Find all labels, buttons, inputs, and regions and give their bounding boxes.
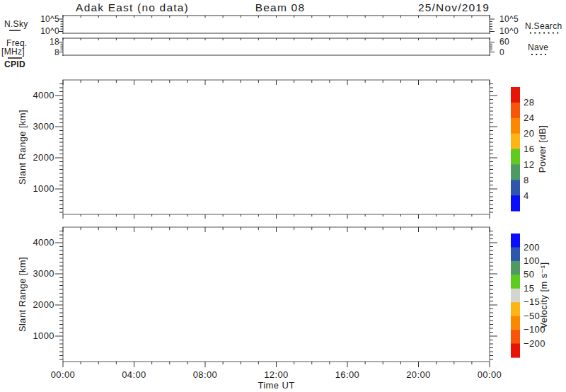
nsky-left-tick-top: 10^5 <box>40 14 59 24</box>
axis-ticks <box>55 16 497 367</box>
nave-legend-label: Nave <box>528 42 548 52</box>
velocity-cbtick-m15: −15 <box>524 296 540 307</box>
nsky-left-tick-bottom: 10^0 <box>40 26 59 36</box>
velocity-cbtick-15: 15 <box>524 283 534 294</box>
xtick-0000-right: 00:00 <box>478 369 502 380</box>
velocity-ytick-4000: 4000 <box>33 237 54 248</box>
date-label: 25/Nov/2019 <box>418 1 490 13</box>
nsky-panel-frame <box>62 15 490 34</box>
power-cbtick-20: 20 <box>524 128 534 139</box>
power-cbtick-28: 28 <box>524 97 534 108</box>
freq-right-tick-bottom: 0 <box>499 47 504 57</box>
nsky-right-tick-top: 10^5 <box>499 14 519 24</box>
xaxis-title: Time UT <box>258 380 294 391</box>
freq-left-tick-top: 18 <box>50 37 59 47</box>
velocity-cbtick-100: 100 <box>524 255 540 266</box>
power-panel-frame <box>63 80 490 214</box>
velocity-ytick-3000: 3000 <box>33 268 54 279</box>
nsky-right-tick-bottom: 10^0 <box>499 26 519 36</box>
velocity-panel-frame <box>63 227 490 362</box>
page-title: Adak East (no data) <box>76 1 189 13</box>
power-ytick-3000: 3000 <box>33 121 54 132</box>
power-cbtick-8: 8 <box>524 175 529 185</box>
beam-label: Beam 08 <box>255 1 305 13</box>
velocity-colorbar <box>511 234 520 358</box>
nsearch-legend-label: N.Search <box>525 21 562 31</box>
velocity-ytick-2000: 2000 <box>33 299 54 310</box>
xtick-1600: 16:00 <box>335 369 360 380</box>
velocity-yaxis-title: Slant Range [km] <box>17 257 28 332</box>
velocity-ytick-1000: 1000 <box>33 330 54 341</box>
power-ytick-4000: 4000 <box>33 90 54 100</box>
xtick-0800: 08:00 <box>193 369 218 380</box>
xtick-2000: 20:00 <box>406 369 431 380</box>
power-cbtick-4: 4 <box>524 190 529 201</box>
power-cbtick-16: 16 <box>524 144 534 154</box>
velocity-cbtick-50: 50 <box>524 269 534 279</box>
power-ytick-2000: 2000 <box>33 152 54 163</box>
velocity-cbtick-m200: −200 <box>524 338 545 349</box>
power-colorbar-title: Power [dB] <box>537 125 548 173</box>
freq-legend-label-2: [MHz] <box>1 47 25 57</box>
velocity-cbtick-m50: −50 <box>524 311 540 321</box>
power-colorbar <box>511 87 520 212</box>
velocity-cbtick-200: 200 <box>524 242 540 253</box>
superdarn-summary-plot: Adak East (no data) Beam 08 25/Nov/2019 … <box>0 0 566 392</box>
velocity-colorbar-title: Velocity [m s⁻¹] <box>538 262 549 328</box>
freq-right-tick-top: 60 <box>499 37 509 47</box>
power-ytick-1000: 1000 <box>33 183 54 194</box>
power-yaxis-title: Slant Range [km] <box>17 110 28 185</box>
xtick-0000-left: 00:00 <box>51 369 76 380</box>
xtick-0400: 04:00 <box>122 369 146 380</box>
freq-left-tick-bottom: 8 <box>54 47 59 57</box>
cpid-label: CPID <box>4 59 25 69</box>
nsky-legend-label: N.Sky <box>4 19 28 29</box>
power-cbtick-12: 12 <box>524 159 534 170</box>
power-cbtick-24: 24 <box>524 113 534 123</box>
xtick-1200: 12:00 <box>264 369 289 380</box>
plot-canvas: Adak East (no data) Beam 08 25/Nov/2019 … <box>0 0 566 392</box>
